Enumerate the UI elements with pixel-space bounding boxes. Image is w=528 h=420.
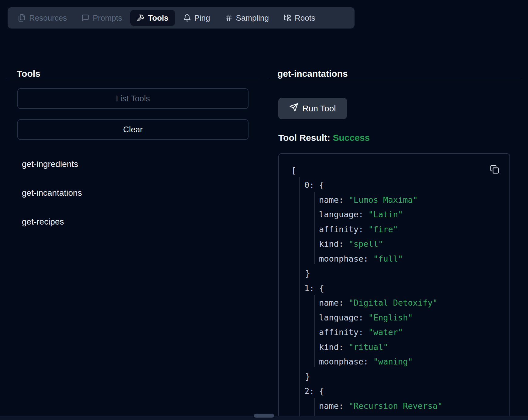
left-panel-divider	[6, 78, 259, 78]
tab-label: Ping	[194, 13, 210, 23]
json-row: }	[279, 266, 509, 281]
json-row: language: "English"	[279, 310, 509, 325]
json-row: name: "Digital Detoxify"	[279, 296, 509, 310]
json-row: moonphase: "full"	[279, 251, 509, 266]
tool-result-label: Tool Result:	[278, 133, 330, 143]
json-row: name: "Recursion Reversa"	[279, 398, 509, 413]
clear-button[interactable]: Clear	[17, 119, 249, 140]
tool-list-item[interactable]: get-ingredients	[22, 159, 78, 169]
json-row: }	[279, 369, 509, 384]
mcp-inspector-app: { "nav": { "tabs": [ {"label": "Resource…	[0, 0, 528, 420]
tab-sampling[interactable]: Sampling	[218, 10, 275, 26]
list-tools-button[interactable]: List Tools	[17, 88, 249, 109]
indent-guide	[314, 295, 315, 367]
copy-icon[interactable]	[490, 165, 499, 174]
json-row: 2: {	[279, 384, 509, 399]
tool-list-item[interactable]: get-recipes	[22, 217, 64, 227]
message-square-icon	[81, 14, 89, 22]
json-row: moonphase: "waning"	[279, 354, 509, 369]
files-icon	[18, 14, 26, 22]
indent-guide	[299, 177, 300, 420]
tool-result-json-box: [0: {name: "Lumos Maxima"language: "Lati…	[278, 153, 510, 420]
json-row: [	[279, 163, 509, 178]
tab-label: Sampling	[236, 13, 269, 23]
folder-tree-icon	[283, 14, 291, 22]
json-tree: [0: {name: "Lumos Maxima"language: "Lati…	[279, 154, 509, 420]
nav-tabbar: ResourcesPromptsToolsPingSamplingRoots	[8, 7, 355, 29]
tab-roots[interactable]: Roots	[277, 10, 322, 26]
hash-icon	[225, 14, 233, 22]
run-tool-label: Run Tool	[302, 104, 336, 113]
bell-icon	[183, 14, 191, 22]
run-tool-button[interactable]: Run Tool	[278, 98, 347, 119]
tool-list-item[interactable]: get-incantations	[22, 188, 82, 198]
json-row: 1: {	[279, 281, 509, 296]
tool-result-line: Tool Result: Success	[278, 132, 370, 143]
tab-prompts[interactable]: Prompts	[75, 10, 129, 26]
tab-label: Prompts	[93, 13, 122, 23]
tab-tools[interactable]: Tools	[130, 10, 175, 26]
send-icon	[289, 103, 298, 114]
json-row: 0: {	[279, 178, 509, 193]
indent-guide	[314, 192, 315, 264]
json-row: kind: "spell"	[279, 237, 509, 252]
tab-label: Tools	[148, 13, 168, 23]
json-row: affinity: "fire"	[279, 222, 509, 237]
tab-label: Resources	[29, 13, 67, 23]
tab-ping[interactable]: Ping	[177, 10, 217, 26]
tab-label: Roots	[295, 13, 315, 23]
json-row: language: "Latin"	[279, 207, 509, 222]
tool-result-status: Success	[333, 133, 370, 143]
right-panel-divider	[268, 78, 521, 78]
json-row: kind: "ritual"	[279, 340, 509, 354]
json-row: affinity: "water"	[279, 325, 509, 340]
json-row: name: "Lumos Maxima"	[279, 192, 509, 207]
panel-resize-handle[interactable]	[254, 414, 274, 418]
hammer-icon	[137, 14, 145, 22]
tab-resources[interactable]: Resources	[12, 10, 73, 26]
